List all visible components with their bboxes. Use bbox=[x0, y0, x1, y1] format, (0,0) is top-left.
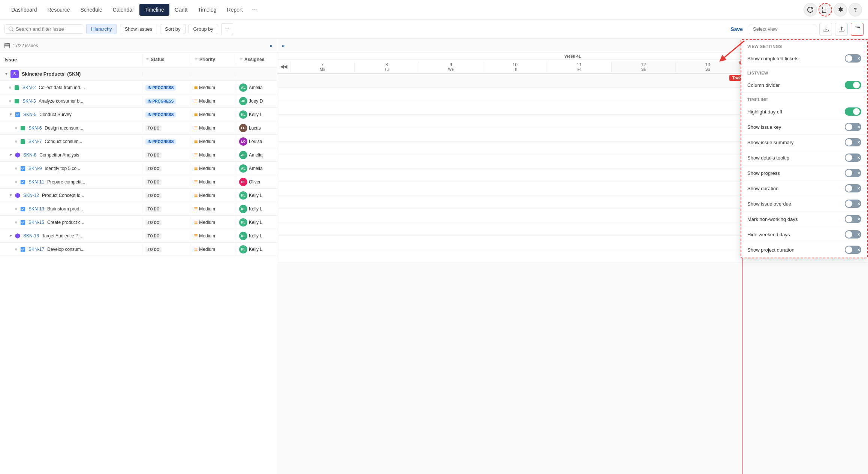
priority-label: Medium bbox=[199, 166, 215, 171]
settings-section-view: VIEW SETTINGS bbox=[741, 40, 867, 51]
toggle-details-tooltip[interactable]: ✕ bbox=[845, 154, 861, 162]
issue-title: Design a consum... bbox=[45, 125, 83, 131]
toggle-issue-summary[interactable]: ✕ bbox=[845, 138, 861, 146]
assignee-name: Kelly L bbox=[249, 193, 262, 198]
issue-key[interactable]: SKN-9 bbox=[28, 166, 42, 171]
settings-icon-button[interactable] bbox=[834, 3, 847, 16]
toggle-highlight-day[interactable]: ✓ bbox=[845, 107, 861, 116]
list-panel: 17/22 issues » Issue Status Priority Ass… bbox=[0, 39, 277, 474]
download-button[interactable] bbox=[819, 23, 832, 36]
priority-label: Medium bbox=[199, 179, 215, 185]
priority-icon: ≡ bbox=[194, 125, 198, 131]
group-by-button[interactable]: Group by bbox=[189, 24, 218, 34]
avatar: LO bbox=[239, 137, 247, 146]
toggle-arrow[interactable]: ▼ bbox=[9, 153, 13, 157]
view-settings-button[interactable] bbox=[851, 23, 864, 36]
status-badge: IN PROGRESS bbox=[145, 85, 176, 91]
story-icon bbox=[20, 139, 25, 144]
timeline-nav-left[interactable]: ◀◀ bbox=[277, 64, 290, 69]
settings-label-completed: Show completed tickets bbox=[747, 56, 845, 61]
nav-item-timelog[interactable]: Timelog bbox=[193, 4, 221, 16]
upload-button[interactable] bbox=[835, 23, 848, 36]
nav-item-report[interactable]: Report bbox=[222, 4, 248, 16]
col-issue-header: Issue bbox=[0, 54, 142, 66]
nav-item-gantt[interactable]: Gantt bbox=[169, 4, 193, 16]
issue-key[interactable]: SKN-13 bbox=[28, 206, 44, 212]
search-icon bbox=[9, 27, 13, 31]
expand-icon-button[interactable] bbox=[819, 3, 832, 16]
settings-row-issue-key: Show issue key ✕ bbox=[741, 119, 867, 135]
avatar: KL bbox=[239, 205, 247, 213]
settings-label-nonworking: Mark non-working days bbox=[747, 216, 845, 222]
nav-item-timeline[interactable]: Timeline bbox=[139, 4, 169, 16]
assignee-name: Kelly L bbox=[249, 233, 262, 238]
task-icon bbox=[15, 112, 20, 117]
avatar: AL bbox=[239, 151, 247, 159]
toggle-project-duration[interactable]: ✕ bbox=[845, 246, 861, 254]
settings-row-weekend: Hide weekend days ✕ bbox=[741, 227, 867, 242]
issue-key[interactable]: SKN-12 bbox=[23, 193, 39, 198]
priority-icon: ≡ bbox=[194, 206, 198, 212]
priority-label: Medium bbox=[199, 85, 215, 90]
select-view-input[interactable] bbox=[749, 24, 816, 34]
upload-icon bbox=[839, 26, 844, 32]
toggle-completed[interactable]: ✕ bbox=[845, 54, 861, 63]
table-row: SKN-15 Create product c... TO DO ≡ Mediu… bbox=[0, 216, 277, 229]
svg-rect-1 bbox=[15, 98, 19, 103]
top-nav: Dashboard Resource Schedule Calendar Tim… bbox=[0, 0, 868, 19]
issue-title: Skincare Products (SKN) bbox=[22, 71, 81, 77]
toggle-arrow[interactable]: ▼ bbox=[4, 72, 8, 76]
issue-key[interactable]: SKN-6 bbox=[28, 125, 42, 131]
nav-item-resource[interactable]: Resource bbox=[42, 4, 75, 16]
filter-icon-button[interactable] bbox=[221, 23, 233, 35]
issue-key[interactable]: SKN-16 bbox=[23, 233, 39, 238]
issue-key[interactable]: SKN-7 bbox=[28, 139, 42, 144]
issue-key[interactable]: SKN-5 bbox=[23, 112, 36, 117]
toggle-arrow[interactable]: ▼ bbox=[9, 193, 13, 197]
expand-right-button[interactable]: » bbox=[269, 43, 272, 49]
toolbar: Hierarchy Show Issues Sort by Group by S… bbox=[0, 19, 868, 39]
view-settings-icon bbox=[855, 26, 860, 32]
issue-key[interactable]: SKN-8 bbox=[23, 152, 36, 158]
sort-by-button[interactable]: Sort by bbox=[160, 24, 185, 34]
toggle-weekend[interactable]: ✕ bbox=[845, 230, 861, 238]
nav-item-dashboard[interactable]: Dashboard bbox=[6, 4, 42, 16]
issue-key[interactable]: SKN-3 bbox=[22, 98, 36, 104]
toggle-duration[interactable]: ✕ bbox=[845, 184, 861, 192]
parent-icon: S bbox=[10, 70, 19, 78]
priority-icon: ≡ bbox=[194, 246, 198, 252]
toggle-col-divider[interactable]: ✓ bbox=[845, 81, 861, 89]
help-icon-button[interactable]: ? bbox=[849, 3, 862, 16]
show-issues-button[interactable]: Show Issues bbox=[120, 24, 157, 34]
toggle-arrow[interactable]: ▼ bbox=[9, 112, 13, 116]
issue-key[interactable]: SKN-2 bbox=[22, 85, 36, 90]
status-badge: IN PROGRESS bbox=[145, 112, 176, 118]
hierarchy-button[interactable]: Hierarchy bbox=[86, 24, 117, 34]
status-badge: TO DO bbox=[145, 166, 162, 171]
nav-item-schedule[interactable]: Schedule bbox=[75, 4, 107, 16]
toggle-progress[interactable]: ✕ bbox=[845, 169, 861, 177]
toggle-arrow[interactable]: ▼ bbox=[9, 234, 13, 238]
toggle-issue-key[interactable]: ✕ bbox=[845, 123, 861, 131]
issue-title: Conduct consum... bbox=[45, 139, 82, 144]
save-button[interactable]: Save bbox=[727, 26, 746, 32]
issue-title: Prepare competit... bbox=[47, 179, 85, 185]
refresh-icon-button[interactable] bbox=[804, 3, 817, 16]
expand-left-button[interactable]: « bbox=[282, 43, 285, 49]
filter-assignee-icon bbox=[239, 58, 243, 61]
toggle-nonworking[interactable]: ✕ bbox=[845, 215, 861, 223]
priority-label: Medium bbox=[199, 152, 215, 158]
issue-key[interactable]: SKN-15 bbox=[28, 220, 44, 225]
search-input[interactable] bbox=[16, 26, 76, 32]
filter-status-icon bbox=[145, 58, 149, 61]
status-badge: TO DO bbox=[145, 247, 162, 252]
issue-title: Target Audience Pr... bbox=[42, 233, 84, 238]
nav-item-calendar[interactable]: Calendar bbox=[108, 4, 139, 16]
issue-count: 17/22 issues bbox=[13, 43, 38, 48]
issue-key[interactable]: SKN-11 bbox=[28, 179, 44, 185]
issue-key[interactable]: SKN-17 bbox=[28, 247, 44, 252]
nav-more-button[interactable]: ⋯ bbox=[248, 3, 260, 16]
toggle-overdue[interactable]: ✕ bbox=[845, 200, 861, 208]
day-col-10: 10Th bbox=[483, 61, 547, 72]
settings-row-col-divider: Column divider ✓ bbox=[741, 78, 867, 93]
